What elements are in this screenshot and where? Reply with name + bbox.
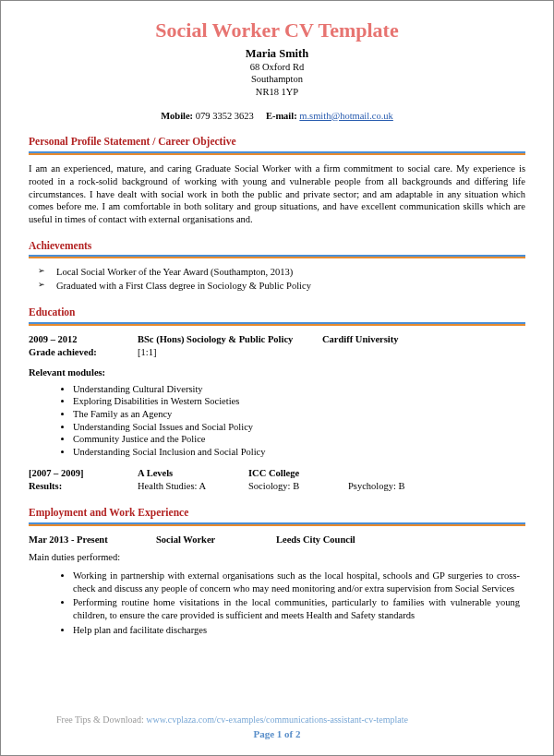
divider (29, 322, 525, 326)
address-line-2: Southampton (29, 73, 525, 86)
list-item: Understanding Cultural Diversity (73, 383, 525, 396)
education-heading: Education (29, 306, 525, 319)
divider (29, 151, 525, 155)
grade-value: [1:1] (138, 346, 156, 359)
list-item: Local Social Worker of the Year Award (S… (45, 266, 525, 279)
modules-label: Relevant modules: (29, 366, 525, 379)
list-item: Help plan and facilitate discharges (73, 624, 525, 637)
email-link[interactable]: m.smith@hotmail.co.uk (299, 111, 393, 121)
results-label: Results: (29, 480, 138, 493)
list-item: Exploring Disabilities in Western Societ… (73, 395, 525, 408)
emp-employer: Leeds City Council (276, 534, 355, 546)
list-item: Community Justice and the Police (73, 433, 525, 446)
address-line-1: 68 Oxford Rd (29, 61, 525, 74)
footer: Free Tips & Download: www.cvplaza.com/cv… (56, 714, 498, 726)
emp-dates: Mar 2013 - Present (29, 534, 156, 546)
edu-degree: BSc (Hons) Sociology & Public Policy (138, 333, 322, 346)
contact-line: Mobile: 079 3352 3623 E-mail: m.smith@ho… (29, 110, 525, 123)
employment-row: Mar 2013 - Present Social Worker Leeds C… (29, 534, 525, 546)
list-item: Working in partnership with external org… (73, 570, 525, 594)
education-row: 2009 – 2012 BSc (Hons) Sociology & Publi… (29, 333, 525, 346)
achievements-list: Local Social Worker of the Year Award (S… (29, 266, 525, 292)
page-number: Page 1 of 2 (29, 727, 525, 740)
document-title: Social Worker CV Template (29, 18, 525, 44)
list-item: Understanding Social Issues and Social P… (73, 421, 525, 434)
list-item: The Family as an Agency (73, 408, 525, 421)
alevel-institution: ICC College (248, 467, 299, 480)
list-item: Graduated with a First Class degree in S… (45, 280, 525, 293)
modules-list: Understanding Cultural Diversity Explori… (29, 383, 525, 459)
profile-text: I am an experienced, mature, and caring … (29, 162, 525, 225)
alevel-dates: [2007 – 2009] (29, 467, 138, 480)
email-label: E-mail: (266, 111, 297, 121)
achievements-heading: Achievements (29, 239, 525, 253)
edu-institution: Cardiff University (322, 333, 399, 346)
divider (29, 255, 525, 258)
education-grade-row: Grade achieved: [1:1] (29, 346, 525, 359)
result-3: Psychology: B (348, 480, 405, 493)
footer-link[interactable]: www.cvplaza.com/cv-examples/communicatio… (146, 714, 408, 725)
duties-list: Working in partnership with external org… (29, 570, 525, 636)
divider (29, 522, 525, 526)
result-2: Sociology: B (248, 480, 348, 493)
alevel-results-row: Results: Health Studies: A Sociology: B … (29, 480, 525, 493)
grade-label: Grade achieved: (29, 346, 138, 359)
list-item: Performing routine home visitations in t… (73, 596, 525, 621)
emp-role: Social Worker (156, 534, 276, 546)
address-line-3: NR18 1YP (29, 86, 525, 99)
edu-dates: 2009 – 2012 (29, 333, 138, 346)
list-item: Understanding Social Inclusion and Socia… (73, 446, 525, 459)
candidate-name: Maria Smith (29, 46, 525, 61)
footer-label: Free Tips & Download: (56, 714, 146, 725)
alevel-row: [2007 – 2009] A Levels ICC College (29, 467, 525, 480)
mobile-label: Mobile: (161, 111, 193, 121)
result-1: Health Studies: A (138, 480, 248, 493)
alevel-qual: A Levels (138, 467, 248, 480)
mobile-value: 079 3352 3623 (196, 111, 254, 121)
profile-heading: Personal Profile Statement / Career Obje… (29, 135, 525, 149)
employment-heading: Employment and Work Experience (29, 506, 525, 520)
duties-label: Main duties performed: (29, 551, 525, 564)
